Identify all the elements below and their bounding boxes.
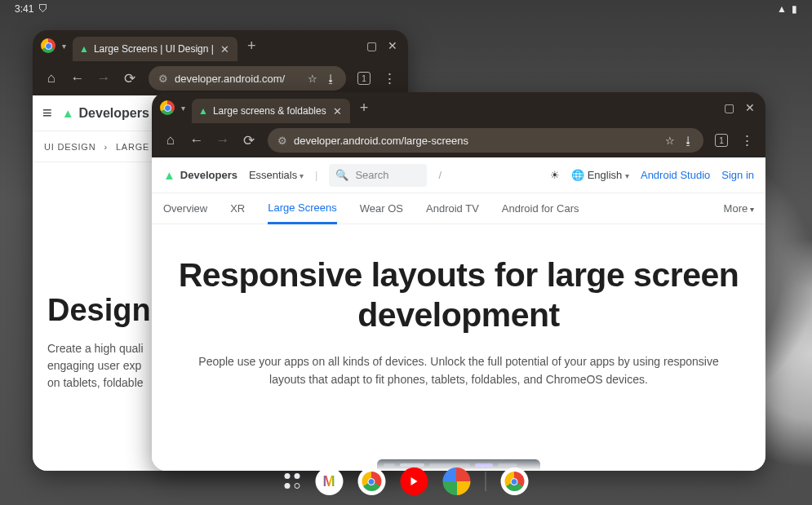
essentials-dropdown[interactable]: Essentials (249, 169, 304, 181)
hamburger-menu-icon[interactable]: ≡ (42, 104, 52, 122)
new-tab-button[interactable]: + (357, 100, 372, 117)
reload-icon[interactable]: ⟳ (122, 71, 137, 86)
globe-icon: 🌐 (571, 169, 584, 181)
google-photos-icon[interactable] (442, 467, 470, 495)
hero-body: People use your apps on all kinds of dev… (197, 353, 720, 388)
back-icon[interactable]: ← (70, 71, 85, 86)
browser-tab[interactable]: ▲ Large Screens | UI Design | ✕ (73, 37, 237, 61)
new-tab-button[interactable]: + (244, 38, 260, 55)
home-icon[interactable]: ⌂ (44, 71, 59, 86)
browser-window-front[interactable]: ▾ ▲ Large screens & foldables ✕ + ▢ ✕ ⌂ … (152, 92, 765, 471)
tab-title: Large screens & foldables (213, 105, 326, 117)
header-divider: | (315, 169, 317, 181)
android-icon: ▲ (62, 106, 74, 120)
subnav-large-screens[interactable]: Large Screens (268, 193, 337, 224)
chevron-right-icon: › (104, 142, 107, 152)
brand-text: Developers (79, 106, 149, 121)
status-time: 3:41 (15, 3, 33, 15)
address-bar[interactable]: ⚙ developer.android.com/ ☆ ⭳ (149, 66, 346, 91)
window-titlebar: ▾ ▲ Large screens & foldables ✕ + ▢ ✕ (152, 92, 765, 123)
crumb-item[interactable]: LARGE (116, 142, 149, 152)
overflow-menu-icon[interactable]: ⋮ (382, 71, 397, 86)
tab-close-icon[interactable]: ✕ (331, 105, 344, 117)
back-icon[interactable]: ← (189, 133, 204, 148)
gmail-icon[interactable]: M (315, 467, 343, 495)
window-titlebar: ▾ ▲ Large Screens | UI Design | ✕ + ▢ ✕ (33, 30, 408, 61)
youtube-icon[interactable] (400, 467, 428, 495)
close-window-icon[interactable]: ✕ (385, 38, 400, 53)
url-text: developer.android.com/ (175, 73, 285, 85)
subnav-android-cars[interactable]: Android for Cars (502, 202, 579, 215)
chrome-running-app-icon[interactable] (500, 467, 528, 495)
language-label: English (588, 169, 623, 181)
hero-section: Responsive layouts for large screen deve… (152, 224, 765, 420)
forward-icon: → (215, 133, 230, 148)
reload-icon[interactable]: ⟳ (242, 133, 256, 148)
wifi-icon: ▲ (777, 3, 787, 15)
maximize-icon[interactable]: ▢ (721, 100, 736, 115)
site-settings-icon[interactable]: ⚙ (277, 135, 287, 147)
subnav-more-dropdown[interactable]: More (724, 202, 754, 215)
address-bar[interactable]: ⚙ developer.android.com/large-screens ☆ … (268, 128, 703, 153)
search-icon: 🔍 (335, 169, 348, 181)
home-icon[interactable]: ⌂ (163, 133, 178, 148)
download-icon[interactable]: ⭳ (326, 73, 336, 85)
sign-in-link[interactable]: Sign in (721, 169, 754, 181)
chrome-icon (41, 38, 55, 53)
maximize-icon[interactable]: ▢ (364, 38, 379, 53)
subnav-wear-os[interactable]: Wear OS (360, 202, 403, 215)
tab-count-icon[interactable]: 1 (357, 72, 371, 85)
subnav-android-tv[interactable]: Android TV (426, 202, 479, 215)
subnav-overview[interactable]: Overview (163, 202, 207, 215)
battery-icon: ▮ (792, 3, 797, 15)
search-shortcut-hint: / (438, 169, 441, 181)
url-text: developer.android.com/large-screens (294, 135, 468, 147)
theme-toggle-icon[interactable]: ☀ (550, 169, 560, 181)
status-shield-icon: ⛉ (38, 3, 48, 15)
developers-logo[interactable]: ▲ Developers (163, 168, 237, 182)
system-statusbar: 3:41 ⛉ ▲ ▮ (0, 0, 812, 18)
chrome-icon (160, 100, 175, 115)
bookmark-icon[interactable]: ☆ (308, 73, 317, 85)
browser-toolbar: ⌂ ← → ⟳ ⚙ developer.android.com/large-sc… (152, 123, 765, 157)
android-icon: ▲ (79, 43, 89, 55)
tab-count-icon[interactable]: 1 (715, 134, 728, 147)
app-drawer-icon[interactable] (284, 473, 300, 489)
android-icon: ▲ (163, 168, 175, 182)
android-studio-link[interactable]: Android Studio (641, 169, 710, 181)
site-subnav: Overview XR Large Screens Wear OS Androi… (152, 193, 765, 224)
close-window-icon[interactable]: ✕ (743, 100, 757, 115)
brand-text: Developers (180, 169, 237, 181)
crumb-item[interactable]: UI DESIGN (44, 142, 95, 152)
download-icon[interactable]: ⭳ (683, 135, 694, 147)
developers-logo[interactable]: ▲ Developers (62, 106, 149, 121)
overflow-menu-icon[interactable]: ⋮ (739, 133, 754, 148)
tab-dropdown-icon[interactable]: ▾ (181, 104, 185, 113)
page-content-front: ▲ Developers Essentials | 🔍 Search / ☀ 🌐… (152, 157, 765, 471)
taskbar-divider (485, 472, 486, 491)
site-header: ▲ Developers Essentials | 🔍 Search / ☀ 🌐… (152, 157, 765, 193)
browser-toolbar: ⌂ ← → ⟳ ⚙ developer.android.com/ ☆ ⭳ 1 ⋮ (33, 61, 408, 95)
forward-icon: → (96, 71, 111, 86)
hero-title: Responsive layouts for large screen deve… (175, 255, 743, 335)
system-taskbar: M (271, 463, 541, 500)
bookmark-icon[interactable]: ☆ (665, 135, 675, 147)
subnav-xr[interactable]: XR (230, 202, 245, 215)
browser-tab[interactable]: ▲ Large screens & foldables ✕ (192, 99, 350, 123)
site-settings-icon[interactable]: ⚙ (158, 73, 168, 85)
search-placeholder: Search (355, 169, 388, 181)
search-input[interactable]: 🔍 Search (329, 164, 427, 187)
language-dropdown[interactable]: 🌐 English (571, 169, 629, 181)
android-icon: ▲ (198, 105, 208, 117)
chrome-app-icon[interactable] (357, 467, 385, 495)
tab-title: Large Screens | UI Design | (94, 43, 214, 55)
tab-close-icon[interactable]: ✕ (219, 43, 231, 55)
tab-dropdown-icon[interactable]: ▾ (62, 42, 66, 51)
